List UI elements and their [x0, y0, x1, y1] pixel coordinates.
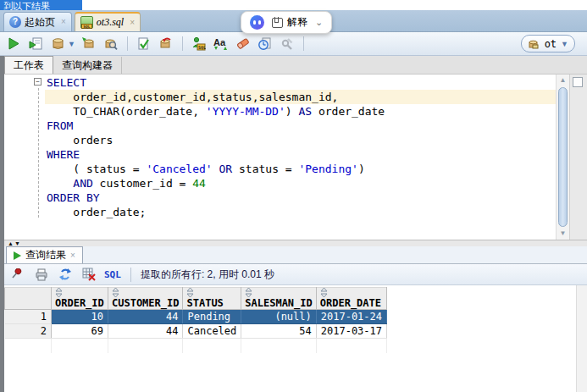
table-cell[interactable]: 44 [108, 310, 183, 324]
panel-splitter[interactable]: ▲ ▼ [4, 240, 587, 246]
svg-text:SQL: SQL [198, 45, 206, 50]
table-cell[interactable]: 54 [241, 324, 316, 339]
scroll-up-icon[interactable]: ▲ [557, 75, 569, 86]
toolbar-separator [182, 36, 183, 51]
code-lines[interactable]: SELECT order_id,customer_id,status,sales… [45, 75, 556, 240]
run-script-button[interactable] [27, 36, 44, 52]
code-line[interactable]: ( status = 'Canceled' OR status = 'Pendi… [45, 162, 556, 176]
tab-sql-file-label: ot3.sql [97, 16, 124, 29]
results-vertical-scrollbar[interactable]: ▼ [576, 285, 587, 392]
connection-value: ot [545, 38, 557, 50]
splitter-down-icon[interactable]: ▼ [14, 240, 20, 246]
database-icon [528, 38, 540, 50]
column-header[interactable]: CUSTOMER_ID [108, 288, 183, 310]
run-result-icon [14, 251, 21, 260]
change-case-button[interactable]: Aa [213, 36, 230, 52]
results-grid-area: ORDER_IDCUSTOMER_IDSTATUSSALESMAN_IDORDE… [4, 285, 587, 392]
row-number-cell[interactable]: 1 [5, 310, 52, 324]
scrollbar-thumb[interactable] [558, 87, 568, 227]
code-line[interactable]: WHERE [45, 147, 556, 162]
tab-query-builder[interactable]: 查询构建器 [53, 57, 122, 74]
explain-plan-button[interactable] [80, 36, 97, 52]
splitter-up-icon[interactable]: ▲ [8, 240, 14, 246]
close-icon[interactable]: × [61, 18, 66, 26]
code-line[interactable]: order_date; [45, 205, 556, 219]
table-cell[interactable]: 44 [108, 324, 183, 339]
tab-query-result[interactable]: 查询结果 × [6, 246, 83, 263]
help-icon: ? [9, 16, 21, 28]
unshared-worksheet-button[interactable]: SQL [191, 36, 208, 52]
code-line[interactable]: ORDER BY [45, 190, 556, 205]
empty-grid-row [5, 339, 387, 353]
autotrace-db-button[interactable] [49, 36, 66, 52]
worksheet-toolbar: ▼ SQL Aa ot [0, 32, 587, 56]
chevron-down-icon[interactable]: ⌄ [315, 17, 323, 28]
sql-developer-window: 到以下结果 ? 起始页 × SQL ot3.sql × 解释 ⌄ ▼ [0, 0, 587, 392]
scroll-down-icon[interactable]: ▼ [557, 228, 569, 240]
commit-button[interactable] [136, 36, 152, 52]
grid-header-row: ORDER_IDCUSTOMER_IDSTATUSSALESMAN_IDORDE… [5, 288, 387, 310]
tuning-advisor-button[interactable] [279, 36, 296, 52]
code-line[interactable]: order_id,customer_id,status,salesman_id, [45, 90, 556, 104]
worksheet-panel: 工作表 查询构建器 − SELECT order_id,customer_id,… [0, 56, 587, 392]
code-line[interactable]: orders [45, 133, 556, 147]
rollback-button[interactable] [158, 36, 174, 52]
row-number-cell[interactable]: 2 [5, 324, 52, 339]
assistant-icon[interactable] [250, 15, 264, 30]
autotrace-search-button[interactable] [102, 36, 119, 52]
print-button[interactable] [33, 266, 50, 283]
assistant-overlay: 解释 ⌄ [241, 11, 332, 34]
book-icon [272, 18, 283, 28]
clear-eraser-button[interactable] [235, 36, 252, 52]
table-cell[interactable]: 10 [52, 310, 108, 324]
column-header[interactable]: STATUS [183, 288, 241, 310]
fetch-status-text: 提取的所有行: 2, 用时 0.01 秒 [141, 268, 274, 282]
editor-vertical-scrollbar[interactable]: ▲ ▼ [556, 75, 569, 240]
code-line[interactable]: FROM [45, 119, 556, 133]
tab-query-result-label: 查询结果 [25, 248, 66, 262]
code-line[interactable]: AND customer_id = 44 [45, 176, 556, 190]
table-cell[interactable]: 2017-01-24 [316, 310, 386, 324]
status-indicator-box [573, 77, 583, 87]
dropdown-arrow-icon: ▼ [561, 40, 568, 48]
row-number-header [5, 288, 52, 310]
grid-body: 11044Pending(null)2017-01-2426944Cancele… [5, 310, 387, 353]
sql-history-button[interactable] [257, 36, 274, 52]
column-header[interactable]: ORDER_ID [52, 288, 108, 310]
refresh-button[interactable] [57, 266, 74, 283]
table-cell[interactable]: Pending [183, 310, 241, 324]
table-cell[interactable]: (null) [241, 310, 316, 324]
explain-label: 解释 [287, 15, 307, 30]
show-sql-button[interactable]: SQL [104, 269, 121, 280]
close-icon[interactable]: × [130, 19, 135, 27]
toolbar-separator [303, 36, 304, 51]
table-row[interactable]: 11044Pending(null)2017-01-24 [5, 310, 387, 324]
table-row[interactable]: 26944Canceled542017-03-17 [5, 324, 387, 339]
panel-tab-bar: 工作表 查询构建器 [4, 56, 587, 75]
fold-collapse-icon[interactable]: − [34, 78, 42, 86]
column-header[interactable]: ORDER_DATE [316, 288, 386, 310]
connection-selector[interactable]: ot ▼ [521, 35, 575, 52]
table-cell[interactable]: Canceled [183, 324, 241, 339]
tab-sql-file[interactable]: SQL ot3.sql × [75, 12, 141, 31]
code-line[interactable]: SELECT [45, 75, 556, 90]
toolbar-separator [127, 36, 128, 51]
results-toolbar: SQL 提取的所有行: 2, 用时 0.01 秒 [4, 264, 587, 285]
code-line[interactable]: TO_CHAR(order_date, 'YYYY-MM-DD') AS ord… [45, 104, 556, 119]
run-statement-button[interactable] [5, 36, 22, 52]
tab-worksheet[interactable]: 工作表 [4, 56, 53, 74]
toolbar-separator [130, 268, 131, 282]
explain-button[interactable]: 解释 [272, 15, 307, 30]
dropdown-arrow-icon[interactable]: ▼ [68, 40, 75, 48]
sql-editor[interactable]: − SELECT order_id,customer_id,status,sal… [4, 75, 587, 240]
table-cell[interactable]: 2017-03-17 [316, 324, 386, 339]
line-number-gutter [4, 75, 33, 240]
column-header[interactable]: SALESMAN_ID [241, 288, 316, 310]
tab-start-page[interactable]: ? 起始页 × [3, 12, 72, 31]
table-cell[interactable]: 69 [52, 324, 108, 339]
code-fold-gutter: − [33, 75, 45, 240]
delete-result-button[interactable] [80, 266, 97, 283]
results-tab-bar: 查询结果 × [4, 246, 587, 264]
close-icon[interactable]: × [70, 251, 75, 260]
pin-button[interactable] [9, 266, 26, 283]
